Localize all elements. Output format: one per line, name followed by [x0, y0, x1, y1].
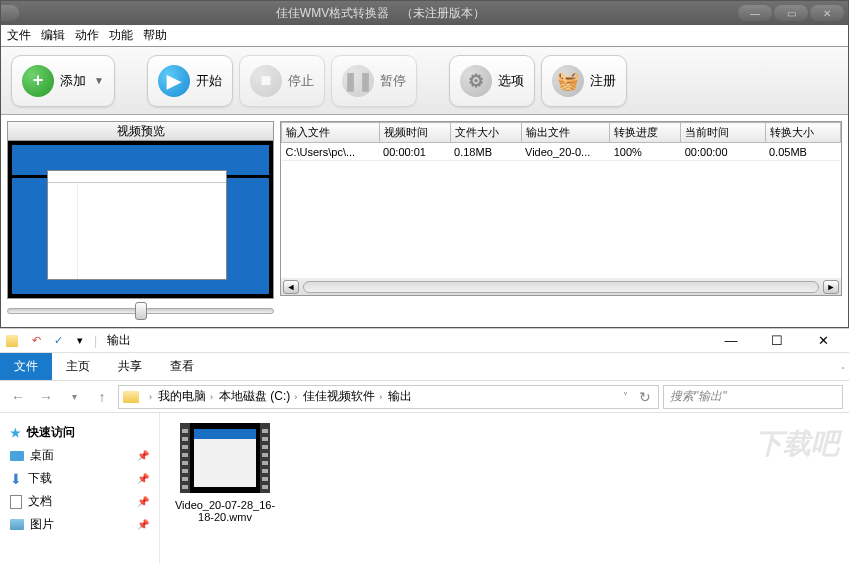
- sidebar-item-downloads[interactable]: ⬇ 下载 📌: [6, 467, 153, 490]
- cell-progress: 100%: [610, 143, 681, 161]
- breadcrumb-drive[interactable]: 本地磁盘 (C:)›: [219, 388, 301, 405]
- table-header-row: 输入文件 视频时间 文件大小 输出文件 转换进度 当前时间 转换大小: [282, 123, 841, 143]
- sidebar-item-pictures[interactable]: 图片 📌: [6, 513, 153, 536]
- toolbar: + 添加 ▼ ▶ 开始 ■ 停止 ❚❚ 暂停 ⚙ 选项 🧺 注册: [1, 47, 848, 115]
- breadcrumb-pc[interactable]: 我的电脑›: [158, 388, 217, 405]
- nav-up-button[interactable]: ↑: [90, 385, 114, 409]
- tab-share[interactable]: 共享: [104, 353, 156, 380]
- window-title: 佳佳WMV格式转换器 （未注册版本）: [23, 5, 738, 22]
- menu-edit[interactable]: 编辑: [41, 27, 65, 44]
- file-list-pane[interactable]: Video_20-07-28_16-18-20.wmv: [160, 413, 849, 563]
- col-current-time[interactable]: 当前时间: [681, 123, 765, 143]
- maximize-button[interactable]: ▭: [774, 5, 808, 21]
- options-label: 选项: [498, 72, 524, 90]
- nav-back-button[interactable]: ←: [6, 385, 30, 409]
- cell-file-size: 0.18MB: [450, 143, 521, 161]
- pause-button[interactable]: ❚❚ 暂停: [331, 55, 417, 107]
- close-button[interactable]: ✕: [810, 5, 844, 21]
- col-progress[interactable]: 转换进度: [610, 123, 681, 143]
- file-item[interactable]: Video_20-07-28_16-18-20.wmv: [170, 423, 280, 523]
- conversion-table-panel: 输入文件 视频时间 文件大小 输出文件 转换进度 当前时间 转换大小 C:\Us…: [280, 121, 842, 321]
- address-bar-row: ← → ▾ ↑ › 我的电脑› 本地磁盘 (C:)› 佳佳视频软件› 输出 ˅ …: [0, 381, 849, 413]
- seek-thumb[interactable]: [135, 302, 147, 320]
- ribbon-tabs: 文件 主页 共享 查看 ˄: [0, 353, 849, 381]
- start-label: 开始: [196, 72, 222, 90]
- menu-file[interactable]: 文件: [7, 27, 31, 44]
- cell-input-file: C:\Users\pc\...: [282, 143, 380, 161]
- plus-icon: +: [22, 65, 54, 97]
- table-row[interactable]: C:\Users\pc\... 00:00:01 0.18MB Video_20…: [282, 143, 841, 161]
- titlebar-left-cap: [1, 5, 19, 21]
- breadcrumb-folder2[interactable]: 输出: [388, 388, 412, 405]
- col-video-time[interactable]: 视频时间: [379, 123, 450, 143]
- converter-app-window: 佳佳WMV格式转换器 （未注册版本） — ▭ ✕ 文件 编辑 动作 功能 帮助 …: [0, 0, 849, 328]
- scroll-left-button[interactable]: ◄: [283, 280, 299, 294]
- preview-title: 视频预览: [7, 121, 274, 141]
- tab-view[interactable]: 查看: [156, 353, 208, 380]
- sidebar-quick-access[interactable]: ★ 快速访问: [6, 421, 153, 444]
- register-label: 注册: [590, 72, 616, 90]
- col-input-file[interactable]: 输入文件: [282, 123, 380, 143]
- tab-home[interactable]: 主页: [52, 353, 104, 380]
- chevron-down-icon: ▼: [94, 75, 104, 86]
- folder-icon: [123, 391, 139, 403]
- qat-check-icon[interactable]: ✓: [50, 333, 66, 349]
- conversion-table: 输入文件 视频时间 文件大小 输出文件 转换进度 当前时间 转换大小 C:\Us…: [281, 122, 841, 161]
- breadcrumb-folder1[interactable]: 佳佳视频软件›: [303, 388, 386, 405]
- explorer-maximize-button[interactable]: ☐: [757, 330, 797, 352]
- explorer-close-button[interactable]: ✕: [803, 330, 843, 352]
- start-button[interactable]: ▶ 开始: [147, 55, 233, 107]
- nav-forward-button[interactable]: →: [34, 385, 58, 409]
- basket-icon: 🧺: [552, 65, 584, 97]
- qat-undo-icon[interactable]: ↶: [28, 333, 44, 349]
- col-file-size[interactable]: 文件大小: [450, 123, 521, 143]
- video-preview[interactable]: [7, 141, 274, 299]
- options-button[interactable]: ⚙ 选项: [449, 55, 535, 107]
- document-icon: [10, 495, 22, 509]
- content-area: 视频预览: [1, 115, 848, 327]
- nav-history-button[interactable]: ▾: [62, 385, 86, 409]
- scroll-track[interactable]: [303, 281, 819, 293]
- pin-icon: 📌: [137, 496, 149, 507]
- pause-icon: ❚❚: [342, 65, 374, 97]
- menu-action[interactable]: 动作: [75, 27, 99, 44]
- pin-icon: 📌: [137, 473, 149, 484]
- play-icon: ▶: [158, 65, 190, 97]
- sidebar-item-desktop[interactable]: 桌面 📌: [6, 444, 153, 467]
- col-output-file[interactable]: 输出文件: [521, 123, 610, 143]
- col-output-size[interactable]: 转换大小: [765, 123, 841, 143]
- menu-help[interactable]: 帮助: [143, 27, 167, 44]
- search-input[interactable]: 搜索"输出": [663, 385, 843, 409]
- horizontal-scrollbar[interactable]: ◄ ►: [280, 278, 842, 296]
- minimize-button[interactable]: —: [738, 5, 772, 21]
- register-button[interactable]: 🧺 注册: [541, 55, 627, 107]
- download-icon: ⬇: [10, 471, 22, 487]
- menu-function[interactable]: 功能: [109, 27, 133, 44]
- seek-slider[interactable]: [7, 301, 274, 321]
- add-label: 添加: [60, 72, 86, 90]
- refresh-icon[interactable]: ↻: [636, 385, 654, 409]
- search-placeholder: 搜索"输出": [670, 388, 727, 405]
- video-thumbnail: [180, 423, 270, 493]
- ribbon-collapse-icon[interactable]: ˄: [837, 366, 849, 380]
- cell-video-time: 00:00:01: [379, 143, 450, 161]
- picture-icon: [10, 519, 24, 530]
- folder-icon: [6, 333, 22, 349]
- preview-panel: 视频预览: [7, 121, 274, 321]
- explorer-title: 输出: [107, 332, 131, 349]
- qat-dropdown-icon[interactable]: ▾: [72, 333, 88, 349]
- navigation-pane: ★ 快速访问 桌面 📌 ⬇ 下载 📌 文档 📌 图片 📌: [0, 413, 160, 563]
- stop-button[interactable]: ■ 停止: [239, 55, 325, 107]
- sidebar-item-documents[interactable]: 文档 📌: [6, 490, 153, 513]
- file-name-label: Video_20-07-28_16-18-20.wmv: [170, 499, 280, 523]
- cell-current-time: 00:00:00: [681, 143, 765, 161]
- breadcrumb-chevron[interactable]: ›: [145, 392, 156, 402]
- address-dropdown-icon[interactable]: ˅: [616, 385, 634, 409]
- scroll-right-button[interactable]: ►: [823, 280, 839, 294]
- cell-output-size: 0.05MB: [765, 143, 841, 161]
- address-bar[interactable]: › 我的电脑› 本地磁盘 (C:)› 佳佳视频软件› 输出 ˅ ↻: [118, 385, 659, 409]
- tab-file[interactable]: 文件: [0, 353, 52, 380]
- add-button[interactable]: + 添加 ▼: [11, 55, 115, 107]
- star-icon: ★: [10, 426, 21, 440]
- explorer-minimize-button[interactable]: —: [711, 330, 751, 352]
